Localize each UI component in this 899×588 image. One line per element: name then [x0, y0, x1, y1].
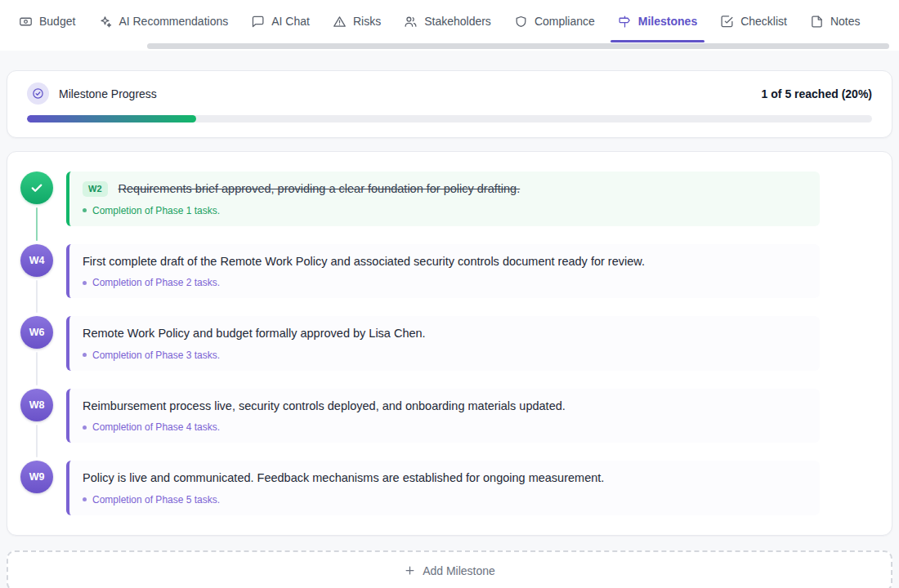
tab-checklist[interactable]: Checklist	[711, 0, 796, 42]
tab-label: AI Chat	[271, 15, 310, 28]
bullet-dot-icon	[83, 281, 87, 285]
milestone-phase: Completion of Phase 1 tasks.	[83, 205, 807, 216]
check-square-icon	[720, 15, 734, 29]
timeline-connector	[36, 280, 38, 314]
milestone-progress-card: Milestone Progress 1 of 5 reached (20%)	[7, 70, 892, 138]
timeline-connector	[36, 352, 38, 385]
milestone-phase-text: Completion of Phase 2 tasks.	[92, 277, 220, 288]
milestone-list: W2 Requirements brief approved, providin…	[20, 172, 872, 533]
add-milestone-button[interactable]: Add Milestone	[7, 550, 892, 588]
milestone-icon	[618, 15, 632, 29]
bullet-dot-icon	[83, 208, 87, 212]
banknote-icon	[19, 15, 33, 29]
tab-label: Compliance	[534, 15, 595, 28]
milestone-title-text: Reimbursement process live, security con…	[83, 399, 566, 412]
tab-budget[interactable]: Budget	[10, 0, 84, 42]
chat-bubble-icon	[251, 15, 265, 29]
bullet-dot-icon	[83, 425, 87, 430]
tab-notes[interactable]: Notes	[801, 0, 870, 42]
milestone-check-marker[interactable]	[20, 172, 53, 204]
tab-label: Milestones	[638, 15, 697, 28]
tab-label: Budget	[39, 15, 75, 28]
horizontal-scrollbar-track[interactable]	[0, 42, 899, 51]
shield-icon	[514, 15, 528, 29]
milestone-item[interactable]: Reimbursement process live, security con…	[66, 389, 820, 443]
milestone-title-text: Policy is live and communicated. Feedbac…	[83, 471, 604, 484]
milestone-week-marker[interactable]: W8	[20, 389, 53, 421]
milestone-row: W4 First complete draft of the Remote Wo…	[20, 244, 872, 317]
horizontal-scrollbar-thumb[interactable]	[147, 43, 889, 49]
milestone-phase: Completion of Phase 4 tasks.	[83, 421, 807, 433]
progress-status: 1 of 5 reached (20%)	[762, 87, 872, 100]
milestone-row: W2 Requirements brief approved, providin…	[20, 172, 872, 244]
milestone-row: W8 Reimbursement process live, security …	[20, 389, 872, 461]
milestone-item[interactable]: Policy is live and communicated. Feedbac…	[66, 461, 820, 515]
milestone-title-text: First complete draft of the Remote Work …	[83, 255, 645, 268]
tab-label: Checklist	[740, 15, 787, 28]
tab-label: Risks	[353, 15, 381, 28]
milestones-card: W2 Requirements brief approved, providin…	[7, 151, 892, 536]
sparkles-icon	[98, 15, 112, 29]
bullet-dot-icon	[83, 353, 87, 357]
progress-bar-fill	[27, 115, 196, 122]
bullet-dot-icon	[83, 497, 87, 501]
progress-title: Milestone Progress	[59, 87, 157, 100]
milestone-item[interactable]: Remote Work Policy and budget formally a…	[66, 316, 820, 371]
people-icon	[404, 15, 418, 29]
tab-stakeholders[interactable]: Stakeholders	[395, 0, 500, 42]
timeline-connector	[36, 207, 38, 241]
milestone-title: Remote Work Policy and budget formally a…	[83, 326, 807, 342]
tab-label: Notes	[830, 15, 861, 28]
warning-icon	[333, 15, 347, 29]
milestone-item[interactable]: W2 Requirements brief approved, providin…	[66, 172, 820, 226]
progress-header: Milestone Progress 1 of 5 reached (20%)	[27, 82, 872, 105]
timeline-column: W4	[20, 244, 53, 317]
milestone-row: W9 Policy is live and communicated. Feed…	[20, 461, 872, 533]
milestone-phase: Completion of Phase 3 tasks.	[83, 350, 807, 361]
milestone-item[interactable]: First complete draft of the Remote Work …	[66, 244, 820, 299]
milestone-title: Policy is live and communicated. Feedbac…	[83, 470, 807, 487]
timeline-connector	[36, 425, 38, 458]
milestone-week-marker[interactable]: W4	[20, 244, 53, 277]
milestone-title: W2 Requirements brief approved, providin…	[83, 181, 807, 198]
add-milestone-label: Add Milestone	[423, 564, 495, 577]
milestone-title-text: Requirements brief approved, providing a…	[119, 182, 521, 195]
milestone-title: First complete draft of the Remote Work …	[83, 254, 807, 270]
milestone-phase: Completion of Phase 2 tasks.	[83, 277, 807, 288]
milestone-phase: Completion of Phase 5 tasks.	[83, 494, 807, 506]
plus-icon	[404, 564, 416, 577]
tab-label: AI Recommendations	[119, 15, 228, 28]
milestone-phase-text: Completion of Phase 5 tasks.	[92, 494, 220, 506]
tab-ai-chat[interactable]: AI Chat	[242, 0, 319, 42]
tab-bar: Budget AI Recommendations AI Chat Risks …	[0, 0, 899, 42]
timeline-column: W8	[20, 389, 53, 461]
timeline-column: W6	[20, 316, 53, 389]
milestone-phase-text: Completion of Phase 4 tasks.	[92, 421, 220, 433]
tab-risks[interactable]: Risks	[324, 0, 390, 42]
milestone-week-marker[interactable]: W9	[20, 461, 53, 493]
tab-label: Stakeholders	[424, 15, 491, 28]
tab-milestones[interactable]: Milestones	[609, 0, 706, 42]
timeline-column	[20, 172, 53, 244]
tab-ai-recommendations[interactable]: AI Recommendations	[89, 0, 237, 42]
milestone-week-marker[interactable]: W6	[20, 316, 53, 349]
milestone-phase-text: Completion of Phase 3 tasks.	[92, 350, 220, 361]
tab-compliance[interactable]: Compliance	[505, 0, 604, 42]
milestone-title: Reimbursement process live, security con…	[83, 399, 807, 415]
check-circle-icon	[27, 82, 49, 105]
progress-bar-track	[27, 115, 872, 122]
timeline-column: W9	[20, 461, 53, 533]
milestone-week-badge: W2	[83, 181, 108, 197]
milestone-row: W6 Remote Work Policy and budget formall…	[20, 316, 872, 389]
note-icon	[810, 15, 824, 29]
milestone-phase-text: Completion of Phase 1 tasks.	[92, 205, 220, 216]
milestone-title-text: Remote Work Policy and budget formally a…	[83, 327, 426, 340]
milestones-page: Budget AI Recommendations AI Chat Risks …	[0, 0, 899, 588]
